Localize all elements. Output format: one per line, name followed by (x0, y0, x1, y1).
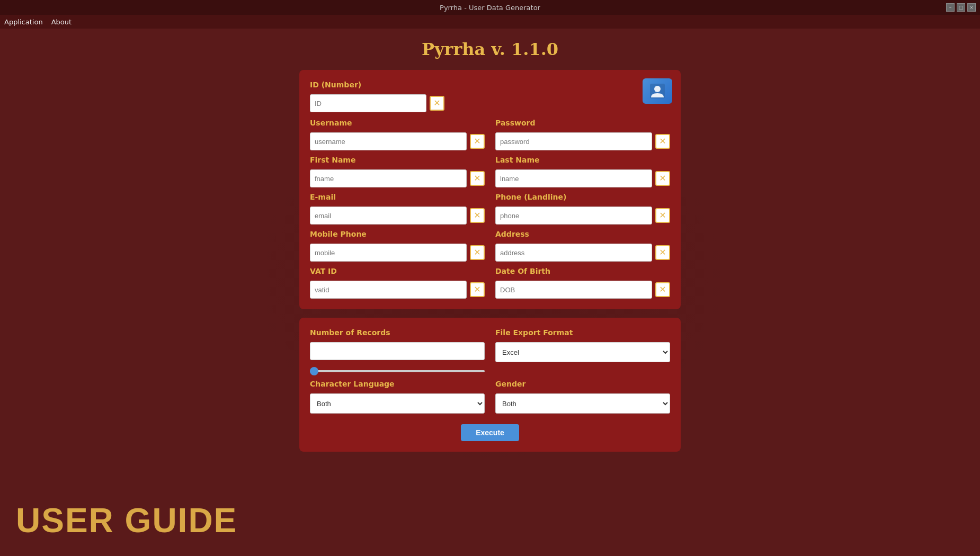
phone-row: ✕ (495, 207, 670, 225)
app-title: Pyrrha v. 1.1.0 (422, 39, 558, 59)
vatid-input[interactable] (310, 281, 467, 299)
records-label: Number of Records (310, 328, 485, 337)
minimize-button[interactable]: – (946, 3, 955, 12)
window-title: Pyrrha - User Data Generator (440, 4, 540, 12)
menu-about[interactable]: About (51, 18, 72, 26)
records-field-group: Number of Records 1 (310, 328, 485, 374)
fname-field-group: First Name ✕ (310, 156, 485, 187)
dob-field-group: Date Of Birth ✕ (495, 267, 670, 299)
bottom-panel: Number of Records 1 File Export Format E… (299, 318, 681, 452)
email-field-group: E-mail ✕ (310, 193, 485, 225)
id-label: ID (Number) (310, 80, 670, 89)
records-slider-container (310, 364, 485, 374)
vatid-checkbox[interactable]: ✕ (470, 282, 485, 297)
user-guide-watermark: USER GUIDE (16, 501, 237, 540)
dob-input[interactable] (495, 281, 652, 299)
vatid-field-group: VAT ID ✕ (310, 267, 485, 299)
address-input[interactable] (495, 244, 652, 262)
charlang-select[interactable]: Both Latin Greek (310, 393, 485, 414)
execute-button[interactable]: Execute (461, 424, 519, 441)
password-field-group: Password ✕ (495, 119, 670, 150)
gender-label: Gender (495, 380, 670, 388)
menu-application[interactable]: Application (4, 18, 43, 26)
svg-point-1 (654, 86, 661, 92)
password-label: Password (495, 119, 670, 127)
password-checkbox[interactable]: ✕ (655, 134, 670, 149)
profile-icon-button[interactable] (643, 78, 672, 104)
fname-input[interactable] (310, 169, 467, 187)
email-input[interactable] (310, 207, 467, 225)
email-label: E-mail (310, 193, 485, 201)
profile-icon (649, 83, 666, 100)
phone-input[interactable] (495, 207, 652, 225)
execute-btn-container: Execute (310, 424, 670, 441)
charlang-label: Character Language (310, 380, 485, 388)
maximize-button[interactable]: □ (957, 3, 965, 12)
phone-field-group: Phone (Landline) ✕ (495, 193, 670, 225)
lname-input[interactable] (495, 169, 652, 187)
address-checkbox[interactable]: ✕ (655, 245, 670, 260)
username-field-group: Username ✕ (310, 119, 485, 150)
records-slider[interactable] (310, 370, 485, 372)
id-input[interactable] (310, 94, 426, 112)
password-row: ✕ (495, 132, 670, 150)
mobile-input[interactable] (310, 244, 467, 262)
id-checkbox[interactable]: ✕ (430, 96, 444, 111)
fname-checkbox[interactable]: ✕ (470, 171, 485, 186)
id-field-group: ID (Number) ✕ (310, 80, 670, 119)
charlang-field-group: Character Language Both Latin Greek (310, 380, 485, 414)
gender-field-group: Gender Both Male Female (495, 380, 670, 414)
lname-checkbox[interactable]: ✕ (655, 171, 670, 186)
menubar: Application About (0, 15, 980, 29)
window-controls[interactable]: – □ × (946, 3, 976, 12)
form-grid: Username ✕ Password ✕ (310, 119, 670, 299)
bottom-grid: Number of Records 1 File Export Format E… (310, 328, 670, 441)
username-row: ✕ (310, 132, 485, 150)
title-bar: Pyrrha - User Data Generator – □ × (0, 0, 980, 15)
address-label: Address (495, 230, 670, 238)
export-field-group: File Export Format Excel CSV JSON (495, 328, 670, 374)
fname-row: ✕ (310, 169, 485, 187)
main-content: Pyrrha v. 1.1.0 ID (Number) ✕ (0, 29, 980, 452)
vatid-row: ✕ (310, 281, 485, 299)
dob-checkbox[interactable]: ✕ (655, 282, 670, 297)
export-select[interactable]: Excel CSV JSON (495, 342, 670, 362)
username-label: Username (310, 119, 485, 127)
dob-label: Date Of Birth (495, 267, 670, 275)
password-input[interactable] (495, 132, 652, 150)
address-row: ✕ (495, 244, 670, 262)
phone-label: Phone (Landline) (495, 193, 670, 201)
mobile-field-group: Mobile Phone ✕ (310, 230, 485, 262)
lname-label: Last Name (495, 156, 670, 164)
username-input[interactable] (310, 132, 467, 150)
id-row: ✕ (310, 94, 670, 112)
dob-row: ✕ (495, 281, 670, 299)
address-field-group: Address ✕ (495, 230, 670, 262)
lname-field-group: Last Name ✕ (495, 156, 670, 187)
email-checkbox[interactable]: ✕ (470, 208, 485, 223)
phone-checkbox[interactable]: ✕ (655, 208, 670, 223)
mobile-row: ✕ (310, 244, 485, 262)
email-row: ✕ (310, 207, 485, 225)
username-checkbox[interactable]: ✕ (470, 134, 485, 149)
main-panel: ID (Number) ✕ Username ✕ (299, 70, 681, 309)
mobile-label: Mobile Phone (310, 230, 485, 238)
lname-row: ✕ (495, 169, 670, 187)
vatid-label: VAT ID (310, 267, 485, 275)
close-button[interactable]: × (967, 3, 976, 12)
records-input[interactable]: 1 (310, 342, 485, 360)
fname-label: First Name (310, 156, 485, 164)
gender-select[interactable]: Both Male Female (495, 393, 670, 414)
mobile-checkbox[interactable]: ✕ (470, 245, 485, 260)
export-label: File Export Format (495, 328, 670, 337)
